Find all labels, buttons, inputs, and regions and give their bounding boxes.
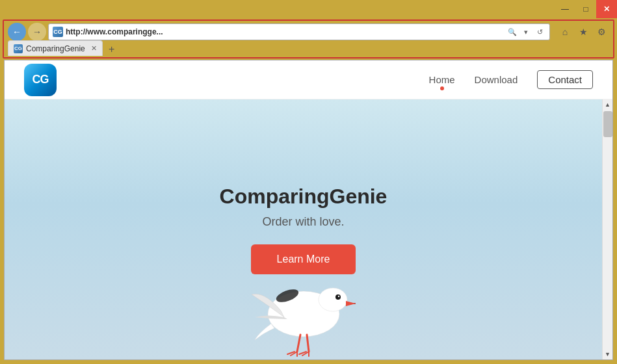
site-nav-links: Home Download Contact [429,70,593,89]
nav-contact-button[interactable]: Contact [537,70,593,89]
home-icon[interactable]: ⌂ [557,24,573,40]
scrollbar-thumb[interactable] [603,111,612,137]
maximize-button[interactable]: □ [575,0,596,18]
refresh-icon[interactable]: ↺ [534,26,545,38]
browser-content-area: CG Home Download Contact ComparingGenie … [4,60,613,360]
scroll-up-button[interactable]: ▲ [603,99,613,110]
browser-scroll-area: ComparingGenie Order with love. Learn Mo… [5,99,612,359]
site-hero: ComparingGenie Order with love. Learn Mo… [5,99,602,359]
title-bar: — □ ✕ [0,0,617,18]
address-bar[interactable]: CG http://www.comparingge... 🔍 ▾ ↺ [48,23,550,40]
dropdown-icon[interactable]: ▾ [520,26,532,38]
forward-button[interactable]: → [28,23,46,41]
minimize-button[interactable]: — [555,0,575,18]
settings-icon[interactable]: ⚙ [594,24,609,40]
scroll-down-button[interactable]: ▼ [603,349,613,359]
back-button[interactable]: ← [8,23,26,41]
tab-close-button[interactable]: ✕ [91,44,97,53]
nav-home-link[interactable]: Home [429,74,455,85]
seagull-illustration [232,242,375,359]
hero-subtitle: Order with love. [262,215,344,229]
browser-window: — □ ✕ ← → CG http://www.comparingge... 🔍… [0,0,617,364]
svg-line-5 [307,335,309,352]
search-icon[interactable]: 🔍 [506,26,518,38]
nav-download-link[interactable]: Download [475,74,518,85]
hero-title: ComparingGenie [220,185,387,209]
svg-point-2 [335,294,341,300]
address-favicon: CG [53,27,63,37]
browser-toolbar-row: ← → CG http://www.comparingge... 🔍 ▾ ↺ [8,23,609,40]
browser-tabs-row: CG ComparingGenie ✕ + [8,42,609,56]
browser-toolbar-area: ← → CG http://www.comparingge... 🔍 ▾ ↺ [3,20,614,58]
site-navigation: CG Home Download Contact [5,60,612,99]
new-tab-button[interactable]: + [104,43,120,56]
close-button[interactable]: ✕ [596,0,617,18]
site-logo: CG [24,64,57,96]
address-bar-icons: 🔍 ▾ ↺ [506,26,545,38]
svg-line-4 [297,335,300,352]
scrollbar[interactable]: ▲ ▼ [602,99,612,359]
browser-right-icons: ⌂ ★ ⚙ [557,24,609,40]
browser-tab[interactable]: CG ComparingGenie ✕ [8,40,103,56]
svg-point-3 [337,296,339,297]
svg-point-1 [319,288,347,311]
favorites-icon[interactable]: ★ [575,24,591,40]
address-url: http://www.comparingge... [66,27,504,36]
tab-label: ComparingGenie [26,44,85,53]
tab-favicon: CG [14,44,23,53]
